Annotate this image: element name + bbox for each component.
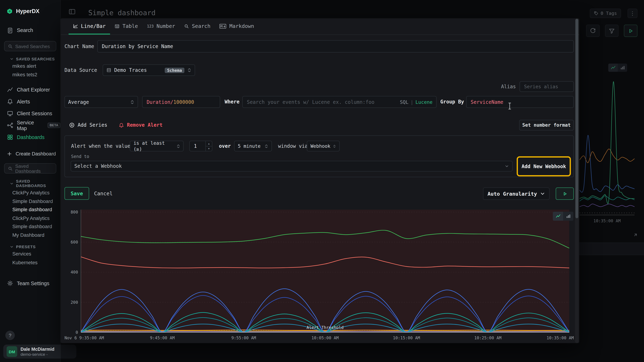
alert-channel-select[interactable]: Webhook bbox=[307, 141, 340, 152]
remove-alert-button[interactable]: Remove Alert bbox=[119, 120, 162, 130]
language-divider: | bbox=[410, 99, 414, 105]
saved-search-item[interactable]: mikes tets2 bbox=[0, 70, 60, 79]
saved-dashboards-input[interactable]: Saved Dashboards bbox=[4, 163, 56, 174]
data-source-value: Demo Traces bbox=[114, 67, 162, 73]
channel-value: Webhook bbox=[310, 143, 330, 149]
saved-searches-input[interactable]: Saved Searches bbox=[4, 41, 56, 51]
user-subtitle: demo-service - bbox=[20, 352, 54, 357]
sidebar-item-team-settings[interactable]: Team Settings bbox=[0, 277, 60, 289]
add-series-label: Add Series bbox=[78, 122, 107, 128]
tab-label: Markdown bbox=[229, 23, 254, 29]
saved-searches-header[interactable]: SAVED SEARCHES bbox=[10, 57, 60, 61]
modal-scrollbar-thumb[interactable] bbox=[576, 19, 578, 218]
tab-label: Number bbox=[156, 23, 175, 29]
stepper-up-icon[interactable]: ▲ bbox=[206, 141, 212, 146]
tab-line-bar[interactable]: Line/Bar bbox=[68, 18, 110, 34]
chevron-down-icon bbox=[540, 191, 545, 196]
help-button[interactable]: ? bbox=[5, 331, 15, 340]
sidebar-item-label: Client Sessions bbox=[17, 111, 52, 116]
bar-chart-toggle[interactable] bbox=[563, 212, 573, 221]
sidebar-item-label: Alerts bbox=[17, 99, 30, 104]
section-label: SAVED SEARCHES bbox=[16, 57, 55, 61]
svg-text:10:25:00 AM: 10:25:00 AM bbox=[474, 336, 502, 340]
saved-dashboards-header[interactable]: SAVED DASHBOARDS bbox=[10, 179, 60, 188]
series-alias-input[interactable] bbox=[520, 81, 574, 92]
sidebar-item-label: Team Settings bbox=[17, 280, 49, 286]
add-series-button[interactable]: Add Series bbox=[69, 120, 107, 130]
bell-icon bbox=[119, 122, 124, 128]
search-icon bbox=[8, 166, 13, 171]
sql-option[interactable]: SQL bbox=[400, 99, 408, 105]
dashboard-list-item[interactable]: ClickPy Analytics bbox=[0, 214, 60, 222]
number-123-icon: 123 bbox=[147, 24, 154, 28]
query-language-toggle[interactable]: SQL | Lucene bbox=[400, 96, 432, 108]
logo[interactable]: HyperDX bbox=[6, 8, 60, 14]
sidebar-item-label: Chart Explorer bbox=[17, 87, 50, 93]
dashboard-list-item[interactable]: My Dashboard bbox=[0, 231, 60, 239]
dashboard-list-item-active[interactable]: Simple dashboard bbox=[0, 205, 60, 214]
plus-icon bbox=[7, 151, 12, 156]
tutorial-highlight-box: Add New Webhook bbox=[517, 156, 571, 177]
avatar: DM bbox=[6, 346, 17, 357]
aggregation-select[interactable]: Average bbox=[64, 96, 138, 108]
select-chevrons-icon bbox=[130, 100, 134, 105]
presets-header[interactable]: PRESETS bbox=[10, 244, 60, 249]
data-source-select[interactable]: Demo Traces Schema bbox=[103, 64, 195, 76]
section-label: SAVED DASHBOARDS bbox=[16, 179, 60, 188]
play-icon bbox=[562, 191, 568, 196]
dashboard-list-item[interactable]: ClickPy Analytics bbox=[0, 189, 60, 197]
tab-markdown[interactable]: Markdown bbox=[215, 18, 259, 34]
schema-badge: Schema bbox=[164, 68, 184, 73]
cancel-button[interactable]: Cancel bbox=[94, 187, 113, 200]
run-chart-button[interactable] bbox=[556, 187, 574, 200]
field-expression-input[interactable]: Duration/1000000 bbox=[142, 96, 220, 108]
svg-text:800: 800 bbox=[71, 210, 78, 214]
chart-name-input[interactable] bbox=[97, 40, 574, 52]
dashboard-list-item[interactable]: Simple Dashboard bbox=[0, 197, 60, 205]
saved-dashboards-placeholder: Saved Dashboards bbox=[15, 164, 52, 173]
grid-icon bbox=[7, 134, 13, 140]
sidebar-item-label: Search bbox=[17, 27, 33, 33]
search-icon bbox=[184, 23, 189, 29]
lucene-option[interactable]: Lucene bbox=[416, 99, 432, 105]
search-icon bbox=[8, 44, 13, 49]
line-chart-toggle[interactable] bbox=[553, 212, 563, 221]
save-button[interactable]: Save bbox=[64, 187, 89, 200]
create-dashboard-button[interactable]: Create Dashboard bbox=[0, 149, 60, 159]
chart-type-tabs: Line/Bar Table 123 Number Search Markdow… bbox=[61, 18, 579, 35]
tab-number[interactable]: 123 Number bbox=[142, 18, 180, 34]
sidebar-item-client-sessions[interactable]: Client Sessions bbox=[0, 108, 60, 120]
granularity-select[interactable]: Auto Granularity bbox=[483, 187, 550, 200]
alert-prefix-label: Alert when the value bbox=[71, 141, 130, 152]
webhook-select[interactable]: Select a Webhook bbox=[71, 161, 512, 172]
alert-threshold-input[interactable]: 1 ▲ ▼ bbox=[189, 141, 212, 152]
window-via-label: window via bbox=[278, 141, 308, 152]
bell-icon bbox=[7, 98, 13, 105]
preset-item[interactable]: Kubernetes bbox=[0, 258, 60, 267]
preset-item[interactable]: Services bbox=[0, 250, 60, 258]
select-chevrons-icon bbox=[264, 144, 268, 148]
saved-search-item[interactable]: mikes alert bbox=[0, 62, 60, 70]
tab-search[interactable]: Search bbox=[180, 18, 215, 34]
stepper-down-icon[interactable]: ▼ bbox=[206, 146, 212, 151]
svg-text:10:35:00 AM: 10:35:00 AM bbox=[546, 336, 574, 340]
sidebar-nav: Chart Explorer Alerts Client Sessions Se… bbox=[0, 84, 60, 143]
add-new-webhook-button[interactable]: Add New Webhook bbox=[519, 159, 568, 174]
svg-text:Alert Threshold: Alert Threshold bbox=[306, 325, 344, 330]
select-chevrons-icon bbox=[187, 68, 192, 73]
number-stepper: ▲ ▼ bbox=[205, 141, 212, 151]
line-chart-icon bbox=[73, 23, 78, 29]
group-by-input[interactable] bbox=[466, 96, 574, 108]
alert-condition-select[interactable]: is at least (≥) bbox=[130, 141, 184, 152]
webhook-select-value: Select a Webhook bbox=[74, 163, 502, 169]
sidebar-item-chart-explorer[interactable]: Chart Explorer bbox=[0, 84, 60, 96]
sidebar-item-alerts[interactable]: Alerts bbox=[0, 96, 60, 108]
sidebar-item-search[interactable]: Search bbox=[0, 25, 60, 36]
alert-window-select[interactable]: 5 minute bbox=[234, 141, 272, 152]
dashboard-list-item[interactable]: Simple dashboard bbox=[0, 222, 60, 231]
sidebar-item-dashboards[interactable]: Dashboards bbox=[0, 131, 60, 143]
sidebar-item-label: Service Map bbox=[17, 120, 44, 131]
tab-table[interactable]: Table bbox=[110, 18, 142, 34]
set-number-format-button[interactable]: Set number format bbox=[519, 120, 574, 130]
sidebar-item-service-map[interactable]: Service Map BETA bbox=[0, 119, 60, 131]
